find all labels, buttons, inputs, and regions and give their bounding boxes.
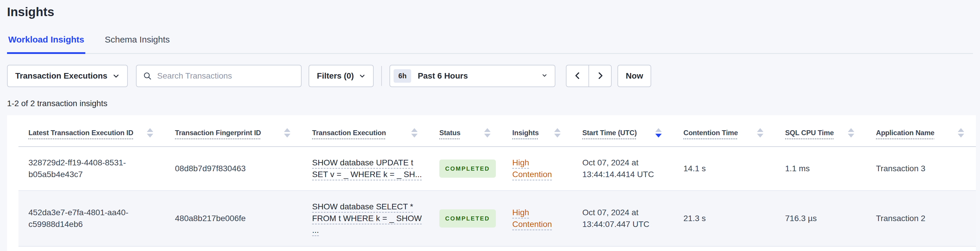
- time-range-label: Past 6 Hours: [418, 71, 541, 81]
- high-contention-link[interactable]: High Contention: [512, 208, 552, 229]
- column-label: Contention Time: [683, 129, 738, 137]
- page-title: Insights: [7, 4, 980, 20]
- status-badge: COMPLETED: [439, 209, 496, 227]
- insights-table-card: Latest Transaction Execution ID Transact…: [7, 115, 976, 251]
- column-header-transaction-fingerprint-id[interactable]: Transaction Fingerprint ID: [165, 115, 302, 147]
- column-label: Start Time (UTC): [582, 129, 637, 137]
- chevron-down-icon: [541, 72, 548, 80]
- time-window-nav: [566, 65, 612, 87]
- status-badge: COMPLETED: [439, 160, 496, 178]
- insights-page: Insights Workload Insights Schema Insigh…: [0, 0, 980, 251]
- insight-type-dropdown[interactable]: Transaction Executions: [7, 65, 128, 87]
- results-summary: 1-2 of 2 transaction insights: [7, 99, 980, 108]
- column-header-application-name[interactable]: Application Name: [866, 115, 976, 147]
- filters-button-label: Filters (0): [317, 71, 354, 81]
- tab-schema-insights[interactable]: Schema Insights: [103, 35, 171, 54]
- cell-transaction-execution: SHOW database SELECT * FROM t WHERE k = …: [302, 190, 430, 246]
- now-button[interactable]: Now: [617, 65, 651, 87]
- cell-start-time: Oct 07, 2024 at 13:44:07.447 UTC: [572, 190, 673, 246]
- previous-time-window-button[interactable]: [566, 65, 589, 87]
- column-header-sql-cpu-time[interactable]: SQL CPU Time: [775, 115, 866, 147]
- column-label: SQL CPU Time: [785, 129, 834, 137]
- cell-fingerprint-id: 08d8b7d97f830463: [165, 147, 302, 190]
- table-row: 452da3e7-e7fa-4801-aa40-c59988d14eb6 480…: [19, 190, 976, 246]
- cell-contention-time: 21.3 s: [673, 190, 775, 246]
- tab-label: Workload Insights: [8, 35, 84, 44]
- tab-bar: Workload Insights Schema Insights: [7, 35, 973, 54]
- next-time-window-button[interactable]: [589, 65, 612, 87]
- sort-arrows-icon-active-desc: [655, 128, 662, 137]
- time-range-shortcut-badge: 6h: [394, 69, 411, 83]
- transaction-insights-table: Latest Transaction Execution ID Transact…: [19, 115, 976, 246]
- cell-status: COMPLETED: [430, 147, 502, 190]
- column-header-insights[interactable]: Insights: [502, 115, 572, 147]
- column-header-start-time[interactable]: Start Time (UTC): [572, 115, 673, 147]
- toolbar: Transaction Executions Filters (0) 6h Pa…: [7, 65, 980, 87]
- cell-application-name: Transaction 3: [866, 147, 976, 190]
- cell-start-time: Oct 07, 2024 at 13:44:14.4414 UTC: [572, 147, 673, 190]
- cell-execution-id: 328729d2-ff19-4408-8531-b05a5b4e43c7: [19, 147, 165, 190]
- sort-arrows-icon: [147, 128, 153, 137]
- chevron-left-icon: [574, 72, 582, 81]
- column-label: Transaction Execution: [312, 129, 386, 137]
- column-header-latest-transaction-execution-id[interactable]: Latest Transaction Execution ID: [19, 115, 165, 147]
- chevron-down-icon: [359, 73, 366, 79]
- cell-status: COMPLETED: [430, 190, 502, 246]
- insight-type-dropdown-label: Transaction Executions: [15, 71, 107, 81]
- sort-arrows-icon: [554, 128, 561, 137]
- table-header-row: Latest Transaction Execution ID Transact…: [19, 115, 976, 147]
- cell-insights: High Contention: [502, 190, 572, 246]
- cell-contention-time: 14.1 s: [673, 147, 775, 190]
- filters-button[interactable]: Filters (0): [309, 65, 374, 87]
- time-range-picker[interactable]: 6h Past 6 Hours: [390, 65, 555, 87]
- column-label: Application Name: [876, 129, 935, 137]
- cell-sql-cpu-time: 716.3 µs: [775, 190, 866, 246]
- sort-arrows-icon: [484, 128, 491, 137]
- sort-arrows-icon: [284, 128, 290, 137]
- column-label: Latest Transaction Execution ID: [29, 129, 134, 137]
- column-header-transaction-execution[interactable]: Transaction Execution: [302, 115, 430, 147]
- tab-label: Schema Insights: [105, 35, 170, 44]
- transaction-execution-link[interactable]: SHOW database UPDATE t SET v = _ WHERE k…: [312, 158, 422, 179]
- column-label: Status: [439, 129, 460, 137]
- transaction-execution-link[interactable]: SHOW database SELECT * FROM t WHERE k = …: [312, 202, 422, 235]
- chevron-down-icon: [113, 72, 119, 80]
- cell-execution-id: 452da3e7-e7fa-4801-aa40-c59988d14eb6: [19, 190, 165, 246]
- cell-insights: High Contention: [502, 147, 572, 190]
- column-header-status[interactable]: Status: [430, 115, 502, 147]
- chevron-right-icon: [596, 72, 604, 81]
- cell-application-name: Transaction 2: [866, 190, 976, 246]
- cell-sql-cpu-time: 1.1 ms: [775, 147, 866, 190]
- high-contention-link[interactable]: High Contention: [512, 158, 552, 179]
- column-label: Insights: [512, 129, 539, 137]
- sort-arrows-icon: [411, 128, 418, 137]
- cell-fingerprint-id: 480a8b217be006fe: [165, 190, 302, 246]
- search-input[interactable]: [156, 71, 301, 81]
- sort-arrows-icon: [958, 128, 964, 137]
- search-icon: [143, 72, 152, 80]
- sort-arrows-icon: [757, 128, 764, 137]
- now-button-label: Now: [626, 71, 643, 81]
- table-row: 328729d2-ff19-4408-8531-b05a5b4e43c7 08d…: [19, 147, 976, 190]
- column-header-contention-time[interactable]: Contention Time: [673, 115, 775, 147]
- sort-arrows-icon: [848, 128, 854, 137]
- cell-transaction-execution: SHOW database UPDATE t SET v = _ WHERE k…: [302, 147, 430, 190]
- column-label: Transaction Fingerprint ID: [175, 129, 261, 137]
- toolbar-divider: [381, 66, 382, 86]
- search-box: [136, 65, 302, 87]
- tab-workload-insights[interactable]: Workload Insights: [7, 35, 85, 54]
